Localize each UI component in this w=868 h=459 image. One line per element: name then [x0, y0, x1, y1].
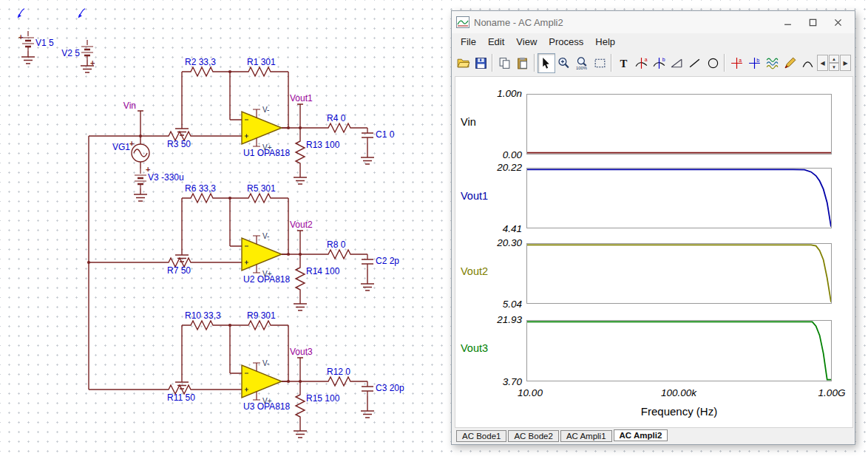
component-label[interactable]: R3 50 — [167, 139, 191, 149]
text-tool-button[interactable]: T — [614, 53, 632, 73]
open-button[interactable] — [454, 53, 472, 73]
ground-icon[interactable] — [361, 405, 374, 418]
spin-up-button[interactable]: ▲ — [829, 55, 839, 63]
capacitor[interactable] — [362, 381, 373, 396]
ground-icon[interactable] — [361, 152, 374, 164]
tab-ac-bode2[interactable]: AC Bode2 — [508, 430, 558, 442]
zoom-area-button[interactable] — [591, 53, 608, 73]
diagram-window[interactable]: Noname - AC Ampli2 File Edit View Proces… — [451, 10, 855, 445]
marker-a-button[interactable]: a — [728, 53, 745, 73]
copy-button[interactable] — [495, 53, 513, 73]
component-label[interactable]: V3 -330u — [148, 172, 184, 183]
component-label[interactable]: R2 33,3 — [185, 57, 216, 67]
close-button[interactable] — [825, 13, 850, 31]
component-label[interactable]: VG1 — [112, 142, 130, 152]
zoom-100-button[interactable]: 100% — [573, 53, 591, 73]
maximize-button[interactable] — [800, 13, 825, 31]
paste-button[interactable] — [513, 53, 531, 73]
battery-v1[interactable] — [22, 31, 34, 51]
component-label[interactable]: C1 0 — [376, 129, 395, 140]
capacitor[interactable] — [362, 254, 373, 269]
plot-box[interactable] — [526, 168, 832, 228]
resistor[interactable] — [324, 123, 353, 132]
component-label[interactable]: R1 301 — [247, 57, 276, 67]
diagram-page[interactable]: Vin 1.00n 0.00 Vout1 20.22 4.41 Vout2 20… — [455, 76, 853, 428]
line-tool-button[interactable] — [686, 53, 704, 73]
zoom-in-button[interactable] — [555, 53, 573, 73]
component-label[interactable]: R5 301 — [247, 183, 276, 194]
ellipse-tool-button[interactable] — [704, 53, 722, 73]
component-label[interactable]: V1 5 — [35, 38, 54, 48]
ground-icon[interactable] — [175, 249, 189, 262]
ground-icon[interactable] — [361, 278, 374, 290]
tab-ac-ampli1[interactable]: AC Ampli1 — [560, 430, 612, 442]
plot-box[interactable] — [526, 94, 832, 154]
component-label[interactable]: R15 100 — [306, 393, 340, 404]
prev-page-button[interactable]: ◀ — [817, 55, 828, 71]
plot-canvas[interactable] — [527, 321, 831, 381]
opamp-stage[interactable]: R6 33,3 R5 301 R7 50 U2 OPA818 Vout2 R8 … — [89, 183, 399, 310]
resistor[interactable] — [244, 194, 274, 203]
ground-icon[interactable] — [21, 51, 35, 64]
component-label[interactable]: R8 0 — [327, 239, 346, 250]
component-label[interactable]: R4 0 — [327, 113, 346, 123]
resistor[interactable] — [186, 67, 216, 76]
slope-tool-button[interactable] — [668, 53, 686, 73]
battery-v3[interactable] — [135, 169, 146, 188]
component-label[interactable]: C2 2p — [376, 256, 399, 266]
pen-tool-button[interactable] — [781, 53, 799, 73]
resistor[interactable] — [296, 137, 305, 166]
minimize-button[interactable] — [775, 13, 800, 31]
component-label[interactable]: R7 50 — [167, 265, 191, 276]
cursor-b-button[interactable]: b — [651, 53, 668, 73]
component-label[interactable]: R11 50 — [167, 392, 195, 403]
tab-ac-ampli2[interactable]: AC Ampli2 — [614, 429, 668, 441]
node-label[interactable]: Vout2 — [290, 220, 313, 230]
node-label[interactable]: Vin — [123, 101, 136, 111]
spin-down-button[interactable]: ▼ — [829, 63, 839, 71]
resistor[interactable] — [244, 321, 274, 330]
schematic-drawing[interactable]: V1 5 V2 5 VG1 V3 -330u Vin + + + + R2 33… — [0, 0, 451, 459]
plot-canvas[interactable] — [527, 244, 831, 303]
node-label[interactable]: Vout1 — [290, 93, 313, 103]
component-label[interactable]: R9 301 — [247, 310, 276, 321]
resistor[interactable] — [296, 390, 305, 420]
titlebar[interactable]: Noname - AC Ampli2 — [452, 11, 855, 33]
component-label[interactable]: R13 100 — [306, 140, 340, 150]
tab-ac-bode1[interactable]: AC Bode1 — [456, 430, 506, 442]
menu-file[interactable]: File — [455, 35, 482, 49]
opamp-stage[interactable]: R2 33,3 R1 301 R3 50 U1 OPA818 Vout1 R4 … — [89, 57, 395, 184]
node-label[interactable]: Vout3 — [290, 347, 313, 357]
component-label[interactable]: R12 0 — [327, 367, 350, 377]
resistor[interactable] — [244, 67, 274, 76]
battery-v2[interactable] — [81, 40, 93, 60]
plot-canvas[interactable] — [527, 169, 831, 228]
component-label[interactable]: R14 100 — [306, 266, 340, 276]
ground-icon[interactable] — [294, 171, 307, 184]
plot-box[interactable] — [526, 320, 832, 381]
component-label[interactable]: V2 5 — [61, 48, 80, 58]
opamp[interactable] — [234, 236, 289, 273]
marker-b-button[interactable]: b — [745, 53, 763, 73]
component-label[interactable]: C3 20p — [376, 383, 404, 393]
schematic-global[interactable]: V1 5 V2 5 VG1 V3 -330u Vin + + + + — [18, 9, 184, 390]
resistor[interactable] — [186, 194, 216, 203]
menu-process[interactable]: Process — [543, 35, 589, 49]
resistor[interactable] — [186, 321, 216, 330]
ground-icon[interactable] — [134, 188, 147, 201]
resistor[interactable] — [324, 377, 353, 386]
menu-help[interactable]: Help — [589, 35, 621, 49]
menu-view[interactable]: View — [510, 35, 543, 49]
resistor[interactable] — [324, 250, 353, 259]
next-page-button[interactable]: ▶ — [840, 55, 851, 71]
ground-icon[interactable] — [175, 123, 189, 135]
resistor[interactable] — [296, 263, 305, 293]
ground-icon[interactable] — [175, 376, 189, 389]
select-tool-button[interactable] — [538, 53, 555, 73]
arc-tool-button[interactable] — [799, 53, 817, 73]
capacitor[interactable] — [362, 128, 373, 143]
curves-button[interactable] — [764, 53, 781, 73]
opamp[interactable] — [234, 109, 289, 146]
cursor-a-button[interactable]: a — [632, 53, 650, 73]
ground-icon[interactable] — [294, 298, 307, 310]
